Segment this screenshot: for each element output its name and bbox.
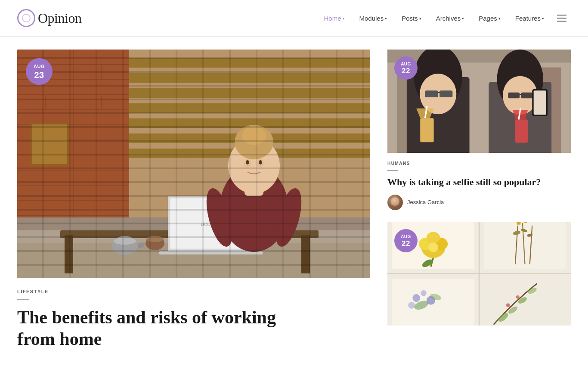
sidebar-post-2-image: AUG 22 — [387, 222, 571, 326]
svg-rect-34 — [60, 230, 319, 238]
svg-rect-26 — [129, 118, 370, 128]
svg-rect-79 — [534, 90, 546, 115]
svg-rect-65 — [425, 90, 438, 97]
sidebar-post-1-date-badge: AUG 22 — [394, 56, 418, 80]
chevron-down-icon: ▾ — [542, 16, 544, 21]
nav-item-posts[interactable]: Posts ▾ — [396, 11, 427, 25]
svg-point-48 — [228, 138, 280, 194]
featured-post-image-wrap: AUG 23 — [17, 50, 370, 278]
chevron-down-icon: ▾ — [385, 16, 387, 21]
svg-point-88 — [428, 242, 438, 252]
svg-rect-0 — [17, 50, 370, 278]
svg-rect-28 — [129, 149, 370, 158]
sidebar-post-1-content: HUMANS Why is taking a selfie still so p… — [387, 153, 571, 210]
svg-rect-68 — [420, 118, 433, 142]
svg-rect-99 — [523, 222, 527, 223]
nav-item-archives[interactable]: Archives ▾ — [430, 11, 470, 25]
sidebar-post-1-image: AUG 22 — [387, 50, 571, 153]
site-header: Opinion Home ▾ Modules ▾ Posts ▾ Archive… — [0, 0, 588, 37]
svg-rect-98 — [517, 222, 520, 225]
featured-post-category: LIFESTYLE — [17, 289, 49, 294]
chevron-down-icon: ▾ — [462, 16, 464, 21]
svg-rect-21 — [129, 50, 370, 278]
svg-rect-36 — [301, 235, 310, 273]
svg-rect-73 — [508, 93, 520, 98]
svg-point-56 — [270, 186, 307, 249]
svg-rect-40 — [159, 251, 263, 254]
svg-rect-25 — [129, 103, 370, 113]
author-name: Jessica Garcia — [407, 199, 444, 205]
logo-icon — [17, 9, 35, 27]
featured-post-title[interactable]: The benefits and risks of working from h… — [17, 307, 370, 350]
svg-rect-24 — [129, 88, 370, 98]
svg-rect-35 — [65, 235, 73, 273]
author-avatar — [387, 195, 403, 210]
svg-rect-30 — [32, 124, 67, 164]
svg-point-43 — [114, 238, 136, 245]
svg-rect-37 — [168, 196, 254, 252]
svg-point-46 — [220, 166, 288, 252]
featured-post-image: acer — [17, 50, 370, 278]
svg-point-54 — [259, 160, 262, 164]
featured-post-divider — [17, 299, 29, 300]
svg-rect-38 — [170, 198, 252, 249]
sidebar-post-2-date-badge: AUG 22 — [394, 229, 418, 252]
sidebar-post-1-title[interactable]: Why is taking a selfie still so popular? — [387, 176, 571, 189]
svg-point-113 — [516, 295, 520, 298]
svg-point-50 — [242, 126, 266, 145]
svg-rect-27 — [129, 133, 370, 143]
svg-point-44 — [145, 236, 164, 250]
sidebar-post-2: AUG 22 — [387, 222, 571, 326]
svg-point-55 — [201, 186, 238, 249]
logo-text: Opinion — [38, 10, 81, 26]
nav-item-features[interactable]: Features ▾ — [509, 11, 550, 25]
nav-item-pages[interactable]: Pages ▾ — [473, 11, 507, 25]
svg-point-42 — [112, 236, 138, 255]
sidebar: AUG 22 — [387, 50, 571, 350]
svg-rect-39 — [170, 199, 251, 248]
logo[interactable]: Opinion — [17, 9, 81, 27]
svg-text:acer: acer — [201, 220, 213, 227]
chevron-down-icon: ▾ — [343, 16, 345, 21]
hamburger-menu-button[interactable] — [553, 11, 571, 25]
sidebar-post-1-divider — [387, 170, 398, 171]
featured-post-meta: LIFESTYLE The benefits and risks of work… — [17, 278, 370, 350]
svg-rect-47 — [244, 174, 263, 196]
svg-point-87 — [427, 232, 440, 243]
svg-rect-31 — [17, 217, 370, 278]
svg-rect-76 — [515, 120, 528, 143]
svg-rect-22 — [129, 58, 370, 68]
svg-point-104 — [408, 302, 415, 309]
author-row: Jessica Garcia — [387, 195, 571, 210]
svg-rect-74 — [521, 93, 533, 98]
svg-rect-29 — [30, 123, 69, 166]
main-nav: Home ▾ Modules ▾ Posts ▾ Archives ▾ Page… — [318, 11, 571, 25]
sidebar-post-1: AUG 22 — [387, 50, 571, 210]
svg-point-49 — [235, 125, 273, 159]
svg-point-101 — [412, 294, 420, 302]
svg-rect-107 — [484, 279, 566, 326]
svg-rect-23 — [129, 73, 370, 83]
svg-rect-33 — [17, 243, 370, 278]
featured-post: AUG 23 — [17, 50, 387, 350]
chevron-down-icon: ▾ — [419, 16, 421, 21]
svg-point-53 — [246, 160, 249, 164]
chevron-down-icon: ▾ — [498, 16, 501, 21]
main-content: AUG 23 — [0, 37, 588, 363]
svg-point-52 — [257, 159, 264, 168]
featured-post-date-badge: AUG 23 — [26, 58, 53, 85]
svg-point-45 — [146, 236, 164, 242]
svg-rect-32 — [17, 230, 370, 278]
nav-item-modules[interactable]: Modules ▾ — [353, 11, 393, 25]
nav-item-home[interactable]: Home ▾ — [318, 11, 350, 25]
svg-point-102 — [421, 290, 426, 296]
logo-letter: O — [38, 10, 48, 26]
svg-point-112 — [506, 303, 510, 307]
sidebar-post-1-category: HUMANS — [387, 161, 410, 166]
svg-rect-66 — [439, 90, 452, 97]
svg-point-51 — [244, 159, 251, 168]
